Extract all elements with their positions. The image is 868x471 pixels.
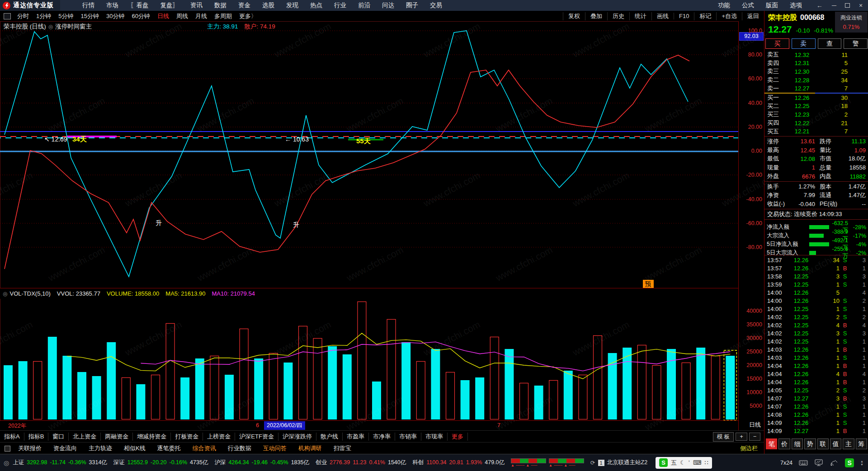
menu-item-发现[interactable]: 发现: [286, 1, 298, 9]
panel-icon[interactable]: [5, 446, 10, 452]
rtab-主[interactable]: 主: [843, 438, 854, 449]
period-多周期[interactable]: 多周期: [214, 12, 232, 20]
tab-沪深涨跌停[interactable]: 沪深涨跌停: [278, 433, 316, 441]
tab-互动问答[interactable]: 互动问答: [257, 444, 292, 452]
tab-逐笔委托[interactable]: 逐笔委托: [151, 444, 187, 452]
sidebar-toggle[interactable]: 侧边栏: [740, 444, 764, 452]
tab-窗口[interactable]: 窗口: [48, 433, 69, 441]
rtab-价[interactable]: 价: [778, 438, 790, 449]
tab-主力轨迹[interactable]: 主力轨迹: [83, 444, 118, 452]
period-分时[interactable]: 分时: [17, 12, 29, 20]
ime-mode[interactable]: 五: [671, 459, 677, 467]
stock-name[interactable]: 荣丰控股: [768, 13, 797, 23]
restore-icon[interactable]: [845, 3, 850, 8]
volume-pane[interactable]: [0, 298, 738, 421]
ime-user-icon[interactable]: ∷: [704, 459, 708, 466]
menu-item-数据[interactable]: 数据: [214, 1, 226, 9]
period-更多〉[interactable]: 更多〉: [239, 12, 257, 20]
tab-资金流向[interactable]: 资金流向: [47, 444, 83, 452]
ime-moon-icon[interactable]: ☾: [680, 459, 685, 466]
buy-button[interactable]: 买: [765, 38, 789, 49]
sell-button[interactable]: 卖: [792, 38, 816, 49]
template-button[interactable]: 模 板: [713, 432, 734, 442]
tab-机构调研[interactable]: 机构调研: [292, 444, 328, 452]
rtab-值[interactable]: 值: [830, 438, 841, 449]
minimize-icon[interactable]: ─: [830, 2, 838, 9]
menu-item-〖看盘[interactable]: 〖看盘: [130, 1, 149, 9]
period-月线[interactable]: 月线: [195, 12, 207, 20]
tab-北上资金[interactable]: 北上资金: [69, 433, 101, 441]
index-上证[interactable]: 上证3292.98-11.74-0.36%3314亿: [13, 459, 107, 466]
menu-item-行业[interactable]: 行业: [334, 1, 346, 9]
period-60分钟[interactable]: 60分钟: [132, 12, 150, 20]
tray-scroll-arrows[interactable]: ▲▼: [860, 460, 863, 466]
tab-关联报价[interactable]: 关联报价: [12, 444, 47, 452]
layout-icon[interactable]: [4, 13, 11, 19]
menu-item-功能[interactable]: 功能: [718, 1, 730, 9]
rtab-势[interactable]: 势: [804, 438, 816, 449]
tab-上榜资金[interactable]: 上榜资金: [203, 433, 235, 441]
index-创业[interactable]: 创业2776.3911.230.41%1540亿: [316, 459, 406, 466]
menu-item-市场[interactable]: 市场: [106, 1, 118, 9]
tool-复权[interactable]: 复权: [563, 12, 585, 20]
tab-打板资金[interactable]: 打板资金: [171, 433, 203, 441]
index-深证[interactable]: 深证12552.9-20.20-0.16%4735亿: [113, 459, 208, 466]
tool-统计[interactable]: 统计: [629, 12, 651, 20]
ime-bar[interactable]: S 五 ☾ ’ ⌨ ∷: [656, 457, 712, 469]
tool-返回[interactable]: 返回: [742, 12, 764, 20]
monitor-icon[interactable]: [814, 459, 823, 466]
tool-标记[interactable]: 标记: [694, 12, 716, 20]
indicator-dropdown-icon[interactable]: ◎: [48, 24, 53, 30]
menu-item-版面[interactable]: 版面: [766, 1, 778, 9]
rtab-笔[interactable]: 笔: [766, 438, 777, 449]
satellite-icon[interactable]: [830, 459, 839, 466]
tab-指标A[interactable]: 指标A: [0, 433, 24, 441]
ime-punct-icon[interactable]: ’: [689, 459, 690, 466]
ime-logo-icon[interactable]: S: [659, 458, 668, 467]
menu-item-选项[interactable]: 选项: [790, 1, 802, 9]
volume-dropdown-icon[interactable]: ◎: [3, 291, 7, 297]
menu-item-复盘〗[interactable]: 复盘〗: [160, 1, 179, 9]
rtab-联[interactable]: 联: [817, 438, 829, 449]
menu-item-资讯[interactable]: 资讯: [190, 1, 203, 9]
menu-item-公式[interactable]: 公式: [742, 1, 754, 9]
remove-pane-button[interactable]: −: [749, 433, 760, 441]
period-1分钟[interactable]: 1分钟: [36, 12, 51, 20]
menu-item-选股[interactable]: 选股: [262, 1, 274, 9]
tab-更多[interactable]: 更多: [448, 433, 468, 441]
index-科创[interactable]: 科创1100.3420.811.93%479.0亿: [412, 459, 505, 466]
menu-item-前沿[interactable]: 前沿: [358, 1, 370, 9]
menu-item-行情[interactable]: 行情: [82, 1, 94, 9]
query-button[interactable]: 查: [818, 38, 842, 49]
vol-indicator-name[interactable]: VOL-TDX(5,10): [9, 290, 50, 297]
tool-叠加[interactable]: 叠加: [585, 12, 607, 20]
status-menu-icon[interactable]: ◎: [4, 459, 9, 466]
menu-item-交易[interactable]: 交易: [430, 1, 442, 9]
tick-list[interactable]: 13:5712.2634S313:5712.261B113:5812.253S3…: [764, 256, 868, 435]
tab-沪深ETF资金[interactable]: 沪深ETF资金: [235, 433, 278, 441]
tab-行业数据[interactable]: 行业数据: [222, 444, 257, 452]
tab-综合资讯[interactable]: 综合资讯: [187, 444, 222, 452]
tab-市现率[interactable]: 市现率: [421, 433, 448, 441]
back-icon[interactable]: ←: [816, 2, 823, 9]
connection-status[interactable]: ⟳ 1 北京联通主站Z2: [590, 459, 647, 466]
menu-item-圈子[interactable]: 圈子: [406, 1, 418, 9]
refresh-icon[interactable]: ⟳: [590, 459, 595, 466]
period-30分钟[interactable]: 30分钟: [106, 12, 124, 20]
close-icon[interactable]: ×: [857, 2, 864, 9]
sogou-tray-icon[interactable]: S: [845, 458, 854, 467]
alert-button[interactable]: 警: [844, 38, 868, 49]
tool-画线[interactable]: 画线: [651, 12, 674, 20]
tool-历史[interactable]: 历史: [607, 12, 629, 20]
tab-市销率[interactable]: 市销率: [395, 433, 421, 441]
tab-指标B[interactable]: 指标B: [24, 433, 49, 441]
tab-两融资金[interactable]: 两融资金: [101, 433, 133, 441]
tab-市盈率[interactable]: 市盈率: [343, 433, 369, 441]
main-price-pane[interactable]: ↖ 12.6934天← 10.6355天升升预: [0, 30, 738, 289]
ime-keyboard-icon[interactable]: ⌨: [693, 459, 702, 466]
tab-散户线[interactable]: 散户线: [316, 433, 343, 441]
tool-+自选[interactable]: +自选: [716, 12, 742, 20]
period-5分钟[interactable]: 5分钟: [58, 12, 73, 20]
index-沪深[interactable]: 沪深4264.34-19.46-0.45%1835亿: [214, 459, 309, 466]
period-15分钟[interactable]: 15分钟: [80, 12, 99, 20]
